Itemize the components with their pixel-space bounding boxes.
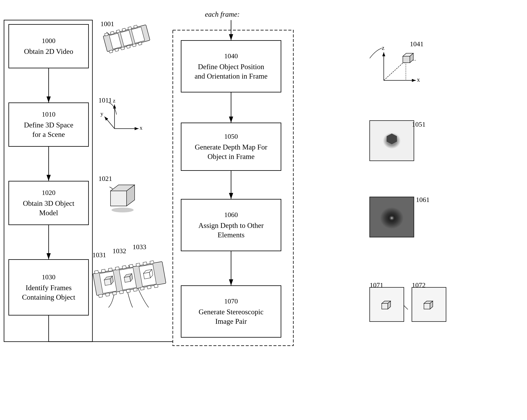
box-1050-label: Generate Depth Map ForObject in Frame bbox=[195, 143, 267, 161]
svg-rect-48 bbox=[143, 262, 147, 265]
svg-text:z: z bbox=[113, 98, 115, 104]
callout-1001: 1001 bbox=[100, 20, 114, 28]
box-1010-label: Define 3D Spacefor a Scene bbox=[24, 120, 73, 139]
svg-rect-49 bbox=[150, 261, 154, 264]
svg-line-32 bbox=[104, 117, 115, 129]
svg-marker-93 bbox=[424, 303, 430, 309]
svg-rect-46 bbox=[129, 264, 133, 268]
svg-rect-43 bbox=[108, 268, 112, 271]
callout-1041: 1041 bbox=[410, 40, 424, 48]
film-strip-objects-1031 bbox=[92, 251, 169, 308]
box-1050: 1050 Generate Depth Map ForObject in Fra… bbox=[181, 122, 281, 171]
callout-1032: 1032 bbox=[112, 247, 126, 255]
svg-rect-52 bbox=[112, 292, 117, 295]
coord-box-1041: z x bbox=[368, 40, 424, 92]
box-1060-number: 1060 bbox=[224, 210, 238, 219]
svg-rect-42 bbox=[101, 269, 106, 273]
box-1030-number: 1030 bbox=[42, 273, 55, 282]
svg-marker-37 bbox=[110, 191, 127, 206]
svg-point-87 bbox=[386, 212, 398, 224]
box-1070: 1070 Generate StereoscopicImage Pair bbox=[181, 285, 281, 338]
svg-rect-41 bbox=[94, 270, 99, 274]
svg-marker-79 bbox=[403, 56, 410, 63]
box-1020-number: 1020 bbox=[42, 188, 55, 197]
box-1010-number: 1010 bbox=[42, 110, 55, 119]
svg-text:x: x bbox=[140, 125, 143, 131]
svg-rect-51 bbox=[106, 293, 110, 296]
svg-rect-50 bbox=[99, 294, 103, 298]
svg-text:y: y bbox=[100, 111, 103, 117]
box-1070-number: 1070 bbox=[224, 297, 238, 306]
box-1040-number: 1040 bbox=[224, 52, 238, 60]
svg-rect-53 bbox=[119, 290, 123, 294]
box-1060-label: Assign Depth to OtherElements bbox=[198, 221, 264, 240]
box-1000: 1000 Obtain 2D Video bbox=[9, 24, 89, 68]
callout-1051: 1051 bbox=[412, 121, 426, 128]
box-1050-number: 1050 bbox=[224, 132, 238, 141]
svg-line-76 bbox=[384, 60, 406, 80]
svg-rect-57 bbox=[147, 286, 151, 289]
callout-1031: 1031 bbox=[92, 251, 106, 259]
box-1070-label: Generate StereoscopicImage Pair bbox=[199, 307, 264, 326]
callout-1021: 1021 bbox=[99, 175, 112, 182]
box-1020: 1020 Obtain 3D ObjectModel bbox=[9, 181, 89, 225]
callout-1071: 1071 bbox=[370, 281, 383, 289]
svg-text:z: z bbox=[382, 44, 384, 51]
box-1000-label: Obtain 2D Video bbox=[24, 47, 73, 56]
callout-1033: 1033 bbox=[132, 243, 146, 251]
depth-map-dark-1061 bbox=[368, 195, 420, 243]
svg-rect-58 bbox=[154, 284, 158, 288]
callout-1011: 1011 bbox=[99, 97, 112, 104]
svg-rect-55 bbox=[133, 288, 137, 291]
each-frame-label: each frame: bbox=[205, 10, 240, 19]
box-1040: 1040 Define Object Positionand Orientati… bbox=[181, 40, 281, 92]
box-1020-label: Obtain 3D ObjectModel bbox=[23, 199, 74, 218]
box-1010: 1010 Define 3D Spacefor a Scene bbox=[9, 102, 89, 147]
svg-marker-90 bbox=[382, 303, 388, 309]
svg-rect-44 bbox=[115, 267, 119, 270]
box-1040-label: Define Object Positionand Orientation in… bbox=[195, 62, 268, 81]
svg-rect-45 bbox=[122, 265, 126, 269]
box-1030-label: Identify FramesContaining Object bbox=[22, 283, 75, 302]
box-1030: 1030 Identify FramesContaining Object bbox=[9, 259, 89, 316]
svg-point-36 bbox=[111, 208, 134, 212]
svg-text:x: x bbox=[417, 76, 420, 83]
box-1060: 1060 Assign Depth to OtherElements bbox=[181, 199, 281, 251]
svg-rect-47 bbox=[136, 263, 140, 266]
box-1000-number: 1000 bbox=[42, 36, 55, 45]
callout-1072: 1072 bbox=[412, 281, 426, 289]
svg-rect-56 bbox=[140, 287, 144, 290]
callout-1061: 1061 bbox=[416, 196, 429, 204]
svg-rect-54 bbox=[126, 289, 130, 293]
